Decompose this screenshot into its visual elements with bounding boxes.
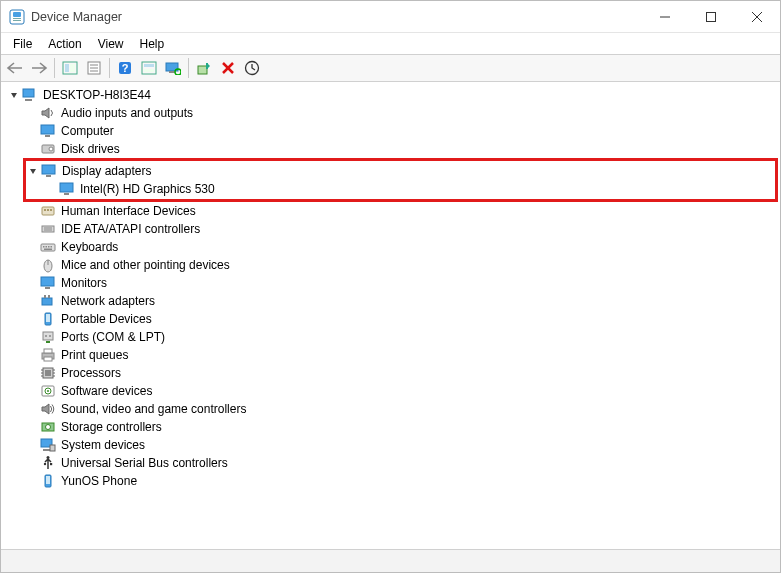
svg-rect-86 <box>46 476 50 484</box>
tree-node-label: System devices <box>59 438 147 452</box>
collapse-arrow-icon[interactable] <box>7 88 21 102</box>
close-button[interactable] <box>734 1 780 33</box>
tree-node[interactable]: YunOS Phone <box>25 472 778 490</box>
svg-rect-49 <box>44 249 52 251</box>
tree-node[interactable]: Processors <box>25 364 778 382</box>
tree-node[interactable]: Mice and other pointing devices <box>25 256 778 274</box>
svg-rect-59 <box>43 332 53 340</box>
device-tree[interactable]: DESKTOP-H8I3E44Audio inputs and outputsC… <box>1 82 780 550</box>
collapse-arrow-icon[interactable] <box>26 164 40 178</box>
tree-node[interactable]: Monitors <box>25 274 778 292</box>
svg-rect-47 <box>48 246 50 248</box>
tree-node[interactable]: Network adapters <box>25 292 778 310</box>
tree-node-label: Audio inputs and outputs <box>59 106 195 120</box>
menu-view[interactable]: View <box>90 34 132 53</box>
tree-node[interactable]: Computer <box>25 122 778 140</box>
tree-node-label: Ports (COM & LPT) <box>59 330 167 344</box>
svg-rect-58 <box>46 314 50 322</box>
svg-rect-52 <box>41 277 54 286</box>
tree-node[interactable]: Display adapters <box>26 162 773 180</box>
menu-file[interactable]: File <box>5 34 40 53</box>
svg-point-60 <box>45 335 47 337</box>
toolbar-separator <box>188 58 189 78</box>
tree-node[interactable]: Keyboards <box>25 238 778 256</box>
svg-point-32 <box>49 147 53 151</box>
network-icon <box>39 293 57 309</box>
toolbar: ? <box>1 54 780 82</box>
svg-rect-3 <box>13 20 21 21</box>
maximize-button[interactable] <box>688 1 734 33</box>
svg-rect-38 <box>44 209 46 211</box>
svg-text:?: ? <box>122 62 129 74</box>
svg-rect-10 <box>70 64 75 72</box>
tree-node-label: Storage controllers <box>59 420 164 434</box>
tree-node[interactable]: Print queues <box>25 346 778 364</box>
svg-rect-21 <box>169 71 175 73</box>
show-hidden-button[interactable] <box>137 56 161 80</box>
properties-button[interactable] <box>82 56 106 80</box>
tree-node[interactable]: Universal Serial Bus controllers <box>25 454 778 472</box>
scan-hardware-button[interactable] <box>161 56 185 80</box>
tree-node[interactable]: Ports (COM & LPT) <box>25 328 778 346</box>
svg-rect-34 <box>46 175 51 177</box>
tree-node[interactable]: Audio inputs and outputs <box>25 104 778 122</box>
tree-node-label: Display adapters <box>60 164 153 178</box>
svg-rect-23 <box>198 66 207 74</box>
svg-rect-17 <box>142 62 156 74</box>
ide-icon <box>39 221 57 237</box>
cpu-icon <box>39 365 57 381</box>
svg-point-82 <box>47 456 50 459</box>
minimize-button[interactable] <box>642 1 688 33</box>
tree-node[interactable]: Intel(R) HD Graphics 530 <box>44 180 773 198</box>
tree-node[interactable]: Sound, video and game controllers <box>25 400 778 418</box>
svg-rect-39 <box>47 209 49 211</box>
update-driver-button[interactable] <box>192 56 216 80</box>
disable-button[interactable] <box>240 56 264 80</box>
svg-rect-53 <box>45 287 50 289</box>
tree-node[interactable]: System devices <box>25 436 778 454</box>
forward-button[interactable] <box>27 56 51 80</box>
back-button[interactable] <box>3 56 27 80</box>
tree-node[interactable]: Disk drives <box>25 140 778 158</box>
device-manager-icon <box>9 9 25 25</box>
svg-rect-1 <box>13 12 21 17</box>
hid-icon <box>39 203 57 219</box>
svg-rect-35 <box>60 183 73 192</box>
portable-icon <box>39 473 57 489</box>
speaker-icon <box>39 105 57 121</box>
tree-node[interactable]: Portable Devices <box>25 310 778 328</box>
system-icon <box>39 437 57 453</box>
svg-rect-54 <box>42 298 52 305</box>
tree-root-node[interactable]: DESKTOP-H8I3E44 <box>7 86 778 104</box>
tree-node[interactable]: Storage controllers <box>25 418 778 436</box>
svg-rect-62 <box>46 341 50 343</box>
tree-node[interactable]: Software devices <box>25 382 778 400</box>
show-hide-console-button[interactable] <box>58 56 82 80</box>
svg-point-76 <box>47 390 49 392</box>
menu-help[interactable]: Help <box>132 34 173 53</box>
highlight-outline: Display adaptersIntel(R) HD Graphics 530 <box>23 158 778 202</box>
svg-rect-5 <box>707 12 716 21</box>
tree-node[interactable]: IDE ATA/ATAPI controllers <box>25 220 778 238</box>
svg-rect-9 <box>65 64 69 72</box>
tree-node-label: Monitors <box>59 276 109 290</box>
svg-rect-18 <box>144 64 154 67</box>
help-button[interactable]: ? <box>113 56 137 80</box>
storage-icon <box>39 419 57 435</box>
uninstall-button[interactable] <box>216 56 240 80</box>
svg-rect-81 <box>50 445 55 451</box>
tree-node-label: Print queues <box>59 348 130 362</box>
tree-node-label: Universal Serial Bus controllers <box>59 456 230 470</box>
svg-rect-67 <box>45 370 51 376</box>
tree-node-label: Mice and other pointing devices <box>59 258 232 272</box>
toolbar-separator <box>109 58 110 78</box>
sound-icon <box>39 401 57 417</box>
tree-node-label: Keyboards <box>59 240 120 254</box>
titlebar: Device Manager <box>1 1 780 33</box>
tree-node[interactable]: Human Interface Devices <box>25 202 778 220</box>
svg-rect-19 <box>144 69 154 72</box>
menu-action[interactable]: Action <box>40 34 89 53</box>
tree-node-label: Sound, video and game controllers <box>59 402 248 416</box>
svg-rect-56 <box>48 295 50 298</box>
svg-rect-48 <box>51 246 53 248</box>
